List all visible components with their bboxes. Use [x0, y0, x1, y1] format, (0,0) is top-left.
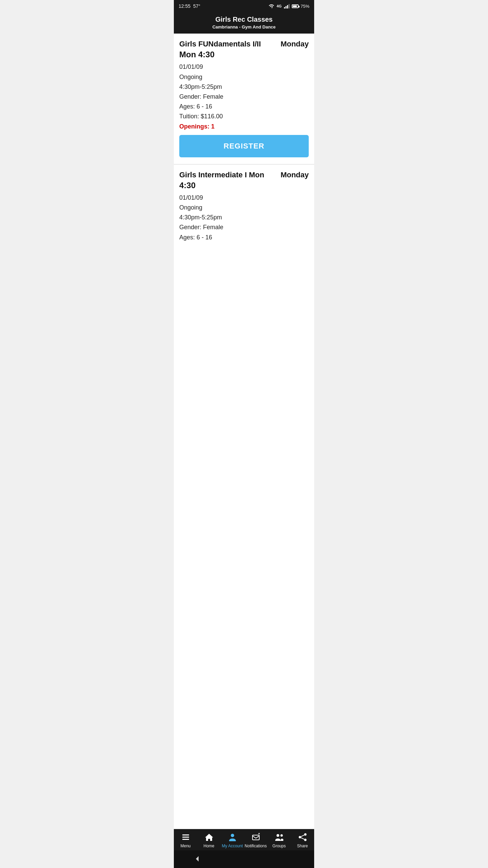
- class-2-start-date: 01/01/09: [179, 194, 309, 202]
- class-2-ages: Ages: 6 - 16: [179, 233, 309, 242]
- temperature-display: 57°: [193, 3, 200, 9]
- nav-label-home: Home: [203, 844, 214, 848]
- android-back-button[interactable]: [189, 854, 206, 864]
- android-nav-bar: [174, 850, 314, 868]
- class-1-time: Mon 4:30: [179, 50, 309, 59]
- android-recents-button[interactable]: [282, 854, 299, 864]
- class-1-duration: Ongoing: [179, 73, 309, 81]
- class-2-time: 4:30: [179, 181, 309, 190]
- class-2-gender: Gender: Female: [179, 223, 309, 232]
- svg-line-16: [301, 838, 304, 840]
- class-1-day: Monday: [281, 40, 309, 48]
- svg-point-13: [299, 836, 301, 839]
- svg-rect-6: [182, 839, 189, 840]
- nav-label-notifications: Notifications: [245, 844, 267, 848]
- status-right: 4G 75%: [268, 4, 309, 9]
- nav-label-my-account: My Account: [222, 844, 243, 848]
- battery-percent: 75%: [301, 4, 309, 9]
- notifications-icon: [251, 832, 261, 842]
- menu-icon: [181, 832, 191, 842]
- status-left: 12:55 57°: [179, 3, 200, 9]
- class-2-day: Monday: [281, 171, 309, 179]
- svg-rect-8: [252, 835, 259, 840]
- class-card-2: Girls Intermediate I Mon Monday 4:30 01/…: [174, 164, 314, 250]
- bottom-nav: Menu Home My Account: [174, 829, 314, 850]
- page-title: Girls Rec Classes: [179, 16, 309, 23]
- svg-rect-2: [287, 5, 288, 8]
- svg-point-7: [231, 834, 234, 837]
- nav-item-home[interactable]: Home: [197, 832, 221, 848]
- groups-icon: [274, 832, 284, 842]
- class-1-name: Girls FUNdamentals I/II: [179, 40, 277, 48]
- signal-type: 4G: [277, 4, 282, 8]
- svg-point-11: [280, 834, 283, 837]
- svg-rect-5: [182, 837, 189, 838]
- svg-rect-1: [285, 6, 286, 8]
- svg-point-10: [277, 834, 279, 837]
- home-icon: [204, 832, 214, 842]
- svg-rect-3: [288, 4, 289, 8]
- register-button-1[interactable]: REGISTER: [179, 135, 309, 157]
- nav-label-menu: Menu: [180, 844, 190, 848]
- nav-item-groups[interactable]: Groups: [267, 832, 291, 848]
- class-card-1-header: Girls FUNdamentals I/II Monday: [179, 40, 309, 48]
- battery-icon: [292, 4, 299, 8]
- class-card-2-header: Girls Intermediate I Mon Monday: [179, 171, 309, 179]
- nav-label-share: Share: [297, 844, 308, 848]
- page-subtitle: Cambrianna - Gym And Dance: [179, 24, 309, 29]
- class-card-1: Girls FUNdamentals I/II Monday Mon 4:30 …: [174, 34, 314, 164]
- nav-item-notifications[interactable]: Notifications: [244, 832, 267, 848]
- nav-item-my-account[interactable]: My Account: [221, 832, 244, 848]
- nav-label-groups: Groups: [272, 844, 286, 848]
- my-account-icon: [227, 832, 238, 842]
- status-bar: 12:55 57° 4G 75%: [174, 0, 314, 12]
- class-1-openings: Openings: 1: [179, 123, 309, 130]
- wifi-icon: [268, 4, 274, 8]
- class-2-duration: Ongoing: [179, 203, 309, 212]
- signal-bars-icon: [284, 4, 290, 8]
- nav-item-share[interactable]: Share: [291, 832, 314, 848]
- android-home-button[interactable]: [236, 854, 252, 864]
- svg-marker-17: [196, 856, 199, 862]
- share-icon: [298, 832, 308, 842]
- nav-item-menu[interactable]: Menu: [174, 832, 197, 848]
- class-1-time-range: 4:30pm-5:25pm: [179, 83, 309, 91]
- svg-rect-0: [284, 7, 285, 8]
- svg-marker-9: [258, 833, 260, 834]
- class-1-tuition: Tuition: $116.00: [179, 112, 309, 121]
- app-header: Girls Rec Classes Cambrianna - Gym And D…: [174, 12, 314, 34]
- class-2-time-range: 4:30pm-5:25pm: [179, 213, 309, 222]
- class-1-start-date: 01/01/09: [179, 63, 309, 71]
- class-1-gender: Gender: Female: [179, 93, 309, 101]
- svg-point-12: [304, 833, 306, 836]
- class-2-name: Girls Intermediate I Mon: [179, 171, 277, 179]
- time-display: 12:55: [179, 3, 190, 9]
- svg-rect-4: [182, 834, 189, 835]
- svg-point-14: [304, 839, 306, 841]
- main-content: Girls FUNdamentals I/II Monday Mon 4:30 …: [174, 34, 314, 829]
- class-1-ages: Ages: 6 - 16: [179, 102, 309, 111]
- svg-line-15: [301, 835, 304, 837]
